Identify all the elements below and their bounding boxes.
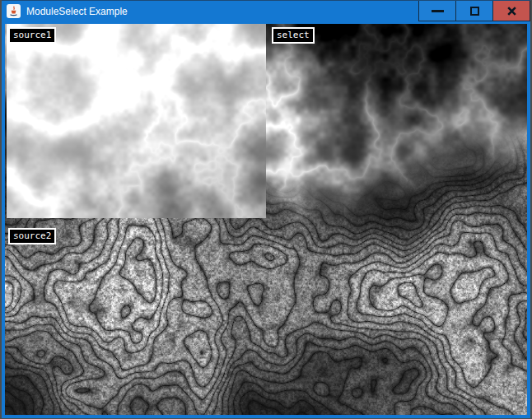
- window-frame-top: [0, 0, 532, 1]
- close-button[interactable]: [492, 0, 530, 21]
- render-area: source1 select source2: [5, 24, 527, 415]
- app-window: ModuleSelect Example source1 select sour…: [0, 0, 532, 419]
- source1-image: [7, 24, 266, 218]
- source2-image: [7, 221, 266, 415]
- minimize-icon: [432, 10, 444, 12]
- window-controls: [418, 0, 530, 21]
- minimize-button[interactable]: [418, 0, 456, 21]
- source2-label: source2: [8, 228, 56, 244]
- java-coffee-cup-icon: [7, 4, 21, 18]
- source1-label: source1: [8, 27, 56, 44]
- select-label: select: [272, 27, 315, 44]
- window-frame-left: [0, 0, 2, 419]
- maximize-button[interactable]: [455, 0, 493, 21]
- window-title: ModuleSelect Example: [26, 0, 128, 24]
- titlebar[interactable]: ModuleSelect Example: [0, 0, 532, 24]
- maximize-icon: [470, 7, 479, 16]
- close-icon: [506, 6, 517, 16]
